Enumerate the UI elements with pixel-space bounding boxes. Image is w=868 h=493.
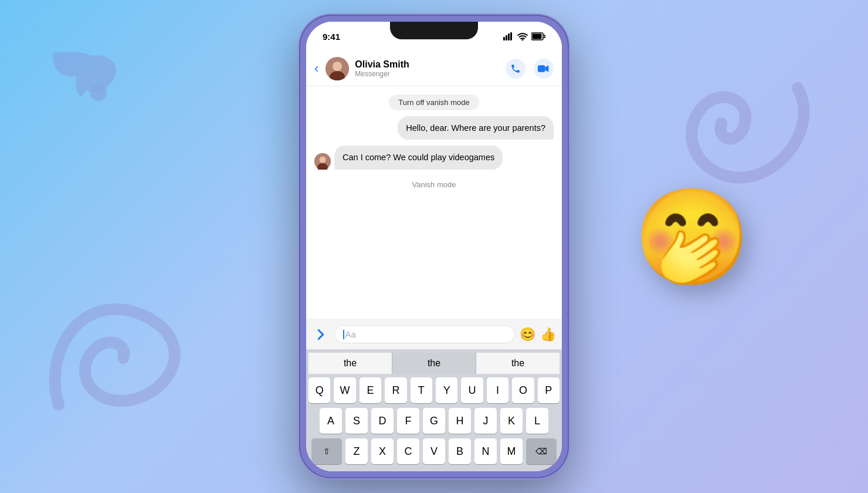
chevron-right-icon bbox=[317, 329, 325, 340]
input-placeholder: Aa bbox=[345, 329, 356, 339]
keyboard-row-2: A S D F G H J K L bbox=[308, 408, 560, 434]
svg-rect-11 bbox=[538, 65, 545, 72]
key-H[interactable]: H bbox=[449, 408, 471, 434]
message-left-wrapper: Can I come? We could play videogames bbox=[314, 146, 554, 169]
key-I[interactable]: I bbox=[487, 377, 508, 403]
svg-point-5 bbox=[522, 39, 524, 41]
wifi-icon bbox=[517, 32, 528, 40]
key-T[interactable]: T bbox=[411, 377, 432, 403]
signal-icon bbox=[503, 32, 514, 40]
phone-icon bbox=[510, 63, 521, 74]
phone-wrapper: 9:41 bbox=[299, 15, 569, 478]
back-button[interactable]: ‹ bbox=[314, 61, 318, 76]
status-icons bbox=[503, 32, 545, 40]
status-bar: 9:41 bbox=[306, 22, 562, 51]
like-button[interactable]: 👍 bbox=[540, 327, 556, 342]
svg-rect-3 bbox=[508, 33, 510, 40]
autocomplete-row: the the the bbox=[308, 353, 560, 374]
key-W[interactable]: W bbox=[334, 377, 355, 403]
expand-button[interactable] bbox=[312, 326, 330, 343]
svg-point-0 bbox=[90, 85, 107, 101]
key-B[interactable]: B bbox=[449, 438, 471, 464]
chat-header: ‹ Olivia Smith Messenger bbox=[306, 51, 562, 86]
key-M[interactable]: M bbox=[500, 438, 523, 464]
input-area: Aa 😊 👍 bbox=[306, 319, 562, 349]
call-button[interactable] bbox=[506, 59, 525, 79]
battery-icon bbox=[531, 32, 545, 40]
keyboard-row-3: ⇧ Z X C V B N M ⌫ bbox=[308, 438, 560, 464]
key-Q[interactable]: Q bbox=[308, 377, 330, 403]
notch bbox=[390, 22, 478, 39]
msg-avatar bbox=[314, 153, 331, 170]
keyboard: the the the Q W E R T Y U I O P bbox=[306, 349, 562, 471]
key-G[interactable]: G bbox=[423, 408, 445, 434]
shift-key[interactable]: ⇧ bbox=[311, 438, 342, 464]
delete-key[interactable]: ⌫ bbox=[526, 438, 557, 464]
vanish-mode-button[interactable]: Turn off vanish mode bbox=[389, 94, 479, 110]
key-A[interactable]: A bbox=[320, 408, 342, 434]
phone-frame: 9:41 bbox=[299, 15, 569, 478]
key-S[interactable]: S bbox=[345, 408, 368, 434]
chat-body: Turn off vanish mode Hello, dear. Where … bbox=[306, 86, 562, 319]
message-bubble-right: Hello, dear. Where are your parents? bbox=[398, 116, 554, 140]
header-actions bbox=[506, 59, 554, 79]
phone-screen: 9:41 bbox=[306, 22, 562, 471]
key-E[interactable]: E bbox=[360, 377, 381, 403]
key-N[interactable]: N bbox=[474, 438, 497, 464]
svg-point-9 bbox=[333, 62, 342, 71]
svg-rect-7 bbox=[533, 34, 542, 39]
key-Z[interactable]: Z bbox=[345, 438, 368, 464]
key-O[interactable]: O bbox=[512, 377, 534, 403]
message-input[interactable]: Aa bbox=[334, 325, 515, 343]
key-K[interactable]: K bbox=[500, 408, 523, 434]
keyboard-row-1: Q W E R T Y U I O P bbox=[308, 377, 560, 403]
autocomplete-item-2[interactable]: the bbox=[392, 353, 476, 374]
key-U[interactable]: U bbox=[461, 377, 483, 403]
video-icon bbox=[538, 63, 550, 74]
key-P[interactable]: P bbox=[538, 377, 560, 403]
message-bubble-left: Can I come? We could play videogames bbox=[334, 146, 503, 169]
svg-point-13 bbox=[320, 156, 326, 163]
messenger-logo-bg bbox=[47, 47, 117, 106]
key-F[interactable]: F bbox=[397, 408, 419, 434]
key-Y[interactable]: Y bbox=[436, 377, 457, 403]
autocomplete-item-1[interactable]: the bbox=[308, 353, 392, 374]
status-time: 9:41 bbox=[323, 32, 340, 42]
svg-rect-2 bbox=[506, 35, 507, 40]
contact-info: Olivia Smith Messenger bbox=[355, 59, 500, 78]
svg-rect-4 bbox=[510, 32, 512, 40]
key-D[interactable]: D bbox=[371, 408, 394, 434]
video-button[interactable] bbox=[534, 59, 554, 79]
key-C[interactable]: C bbox=[397, 438, 419, 464]
emoji-button[interactable]: 😊 bbox=[520, 327, 535, 342]
key-R[interactable]: R bbox=[385, 377, 406, 403]
contact-name: Olivia Smith bbox=[355, 59, 500, 70]
key-J[interactable]: J bbox=[474, 408, 497, 434]
autocomplete-item-3[interactable]: the bbox=[476, 353, 560, 374]
key-X[interactable]: X bbox=[371, 438, 394, 464]
key-V[interactable]: V bbox=[423, 438, 445, 464]
vanish-mode-label: Vanish mode bbox=[314, 175, 554, 194]
avatar bbox=[326, 57, 349, 80]
key-L[interactable]: L bbox=[526, 408, 548, 434]
floating-emoji: 🤭 bbox=[633, 190, 751, 284]
text-cursor bbox=[343, 330, 344, 339]
contact-sub: Messenger bbox=[355, 70, 500, 78]
svg-rect-1 bbox=[503, 37, 505, 40]
